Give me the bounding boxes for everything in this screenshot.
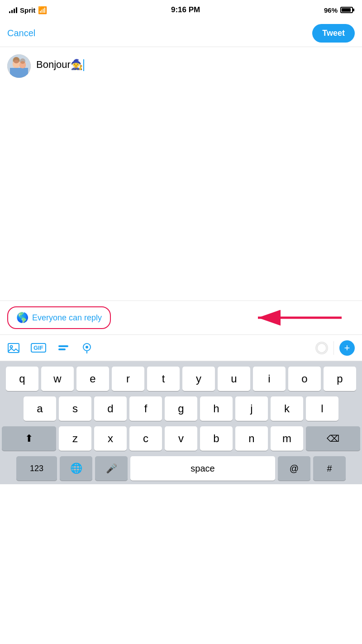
svg-rect-14 — [58, 348, 66, 350]
key-i[interactable]: i — [253, 367, 286, 391]
key-k[interactable]: k — [271, 396, 303, 421]
tweet-content: Bonjour🧙 — [36, 58, 84, 72]
at-key[interactable]: @ — [278, 456, 310, 481]
key-g[interactable]: g — [165, 396, 197, 421]
location-icon[interactable] — [81, 342, 93, 354]
svg-point-18 — [317, 343, 327, 353]
key-l[interactable]: l — [306, 396, 338, 421]
key-d[interactable]: d — [94, 396, 127, 421]
gif-icon[interactable]: GIF — [31, 343, 46, 353]
key-y[interactable]: y — [182, 367, 215, 391]
poll-icon[interactable] — [57, 342, 70, 354]
key-h[interactable]: h — [200, 396, 233, 421]
key-f[interactable]: f — [129, 396, 162, 421]
compose-header: Cancel Tweet — [0, 20, 362, 47]
key-s[interactable]: s — [59, 396, 91, 421]
status-left: Sprit 📶 — [9, 6, 47, 14]
key-z[interactable]: z — [59, 426, 91, 451]
avatar — [7, 54, 31, 78]
key-u[interactable]: u — [218, 367, 250, 391]
svg-point-12 — [10, 345, 13, 348]
avatar-image — [7, 54, 31, 78]
key-v[interactable]: v — [165, 426, 197, 451]
svg-rect-4 — [10, 68, 28, 78]
key-x[interactable]: x — [94, 426, 127, 451]
key-n[interactable]: n — [235, 426, 268, 451]
toolbar-right: + — [315, 340, 355, 356]
char-counter — [315, 342, 328, 354]
status-bar: Sprit 📶 9:16 PM 96% — [0, 0, 362, 20]
status-time: 9:16 PM — [171, 5, 200, 14]
numbers-key[interactable]: 123 — [16, 456, 57, 481]
arrow-annotation — [253, 306, 344, 329]
space-key[interactable]: space — [130, 456, 275, 481]
delete-key[interactable]: ⌫ — [306, 426, 360, 451]
image-icon[interactable] — [7, 342, 20, 354]
carrier-name: Sprit — [20, 6, 35, 14]
wifi-icon: 📶 — [38, 6, 47, 14]
key-e[interactable]: e — [76, 367, 109, 391]
keyboard-row-3: ⬆ z x c v b n m ⌫ — [2, 426, 360, 451]
gif-badge: GIF — [31, 343, 46, 353]
mic-key[interactable]: 🎤 — [95, 456, 128, 481]
status-right: 96% — [324, 6, 353, 14]
keyboard-row-1: q w e r t y u i o p — [2, 367, 360, 391]
keyboard: q w e r t y u i o p a s d f g h j k l ⬆ … — [0, 361, 362, 484]
key-j[interactable]: j — [235, 396, 268, 421]
battery-percent: 96% — [324, 6, 338, 14]
toolbar-divider — [333, 341, 334, 355]
add-tweet-button[interactable]: + — [339, 340, 355, 356]
key-p[interactable]: p — [324, 367, 356, 391]
key-w[interactable]: w — [41, 367, 74, 391]
svg-rect-11 — [8, 343, 19, 353]
arrow-svg — [253, 306, 344, 329]
svg-rect-13 — [58, 345, 68, 347]
key-a[interactable]: a — [24, 396, 56, 421]
everyone-can-reply-button[interactable]: 🌎 Everyone can reply — [7, 306, 111, 329]
keyboard-row-2: a s d f g h j k l — [2, 396, 360, 421]
hash-key[interactable]: # — [313, 456, 346, 481]
key-r[interactable]: r — [112, 367, 144, 391]
reply-label: Everyone can reply — [32, 313, 102, 323]
key-q[interactable]: q — [6, 367, 38, 391]
tweet-button[interactable]: Tweet — [312, 24, 355, 43]
cancel-button[interactable]: Cancel — [7, 28, 35, 38]
globe-icon: 🌎 — [16, 312, 29, 324]
tweet-input[interactable]: Bonjour🧙 — [36, 54, 355, 293]
keyboard-bottom-row: 123 🌐 🎤 space @ # — [2, 456, 360, 481]
key-c[interactable]: c — [129, 426, 162, 451]
svg-point-8 — [20, 58, 25, 64]
globe-key[interactable]: 🌐 — [60, 456, 92, 481]
compose-area: Bonjour🧙 — [0, 47, 362, 301]
key-b[interactable]: b — [200, 426, 233, 451]
battery-icon — [340, 7, 353, 13]
svg-point-16 — [86, 346, 88, 348]
signal-bars — [9, 7, 17, 13]
key-m[interactable]: m — [271, 426, 303, 451]
svg-point-7 — [13, 57, 19, 63]
shift-key[interactable]: ⬆ — [2, 426, 56, 451]
reply-section: 🌎 Everyone can reply — [0, 301, 362, 335]
key-t[interactable]: t — [147, 367, 180, 391]
text-cursor — [83, 59, 84, 71]
key-o[interactable]: o — [288, 367, 321, 391]
compose-toolbar: GIF + — [0, 335, 362, 361]
